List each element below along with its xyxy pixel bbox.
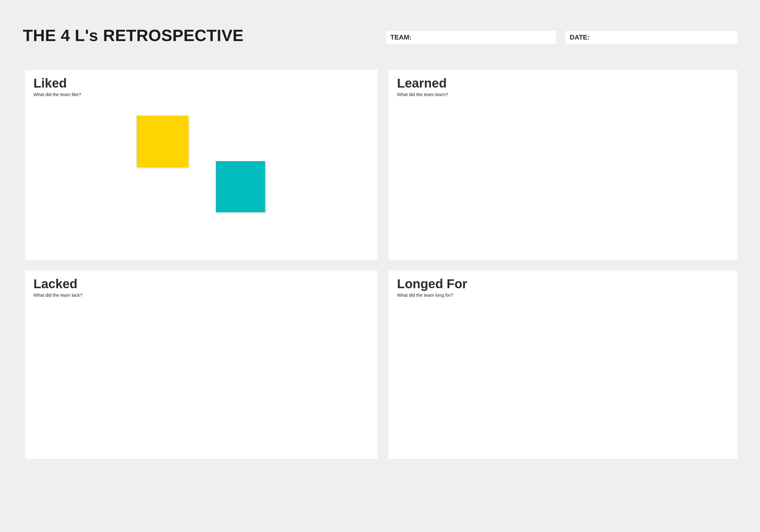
team-field-container: TEAM: — [386, 31, 556, 44]
quadrant-liked[interactable]: Liked What did the team like? — [25, 70, 378, 260]
sticky-note-yellow[interactable] — [136, 116, 188, 167]
quadrant-learned[interactable]: Learned What did the team learn? — [389, 70, 737, 260]
quadrant-longed-for-subtitle: What did the team long for? — [397, 292, 729, 298]
date-input[interactable] — [590, 31, 733, 44]
quadrant-longed-for-title: Longed For — [397, 277, 729, 291]
quadrant-lacked-title: Lacked — [33, 277, 369, 291]
team-label: TEAM: — [390, 33, 412, 41]
quadrant-liked-title: Liked — [33, 76, 369, 91]
date-label: DATE: — [570, 33, 590, 41]
quadrant-learned-title: Learned — [397, 76, 729, 91]
sticky-note-teal[interactable] — [216, 161, 265, 212]
date-field-container: DATE: — [565, 31, 737, 44]
quadrant-learned-subtitle: What did the team learn? — [397, 92, 729, 97]
quadrant-lacked[interactable]: Lacked What did the team lack? — [25, 270, 378, 459]
quadrant-liked-subtitle: What did the team like? — [33, 92, 369, 97]
quadrant-longed-for[interactable]: Longed For What did the team long for? — [389, 270, 737, 459]
quadrant-lacked-subtitle: What did the team lack? — [33, 292, 369, 298]
board-title: THE 4 L's RETROSPECTIVE — [23, 26, 244, 45]
team-input[interactable] — [412, 31, 552, 44]
retrospective-board: THE 4 L's RETROSPECTIVE TEAM: DATE: Like… — [0, 0, 760, 532]
